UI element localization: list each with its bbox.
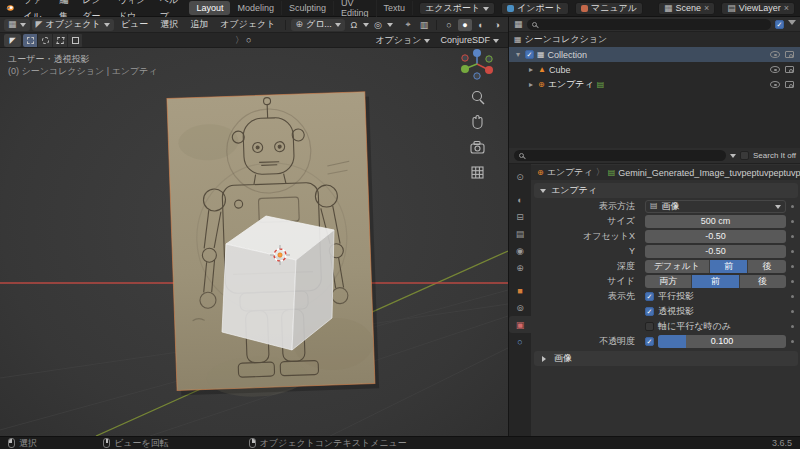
manual-button[interactable]: マニュアル [575, 2, 643, 15]
animate-dot[interactable] [791, 340, 794, 343]
disable-render-icon[interactable] [785, 66, 794, 73]
axis-aligned-checkbox[interactable] [645, 322, 654, 331]
viewlayer-tab[interactable]: ▤ [509, 225, 531, 242]
snap-toggle[interactable]: Ω [347, 19, 361, 31]
object-data-tab[interactable]: ▣ [509, 316, 531, 333]
panel-expand-chevron[interactable]: 〉 [235, 36, 244, 45]
animate-dot[interactable] [791, 280, 794, 283]
disable-render-icon[interactable] [785, 51, 794, 58]
animate-dot[interactable] [791, 265, 794, 268]
properties-search[interactable] [514, 150, 726, 161]
opacity-slider[interactable]: 0.100 [658, 335, 786, 348]
snap-dropdown-icon[interactable] [363, 23, 369, 30]
3d-viewport[interactable]: ユーザー・透視投影 (0) シーンコレクション | エンプティ [0, 48, 508, 436]
export-dropdown[interactable]: エクスポート [419, 2, 495, 15]
filter-funnel-icon[interactable] [788, 20, 796, 29]
editor-type-dropdown[interactable]: ▦ [4, 19, 30, 31]
side-both-button[interactable]: 両方 [645, 275, 692, 288]
unlink-scene-icon[interactable]: × [704, 4, 709, 13]
outliner-row-scene-collection[interactable]: ▦ シーンコレクション [509, 32, 800, 47]
scene-selector[interactable]: ▦ Scene × [658, 2, 715, 15]
remove-viewlayer-icon[interactable]: × [784, 4, 789, 13]
depth-back-button[interactable]: 後 [748, 260, 786, 273]
side-front-button[interactable]: 前 [692, 275, 739, 288]
camera-view-icon[interactable] [471, 142, 484, 154]
shading-rendered-button[interactable]: ◑ [490, 19, 504, 31]
disclosure-triangle[interactable]: ▸ [527, 80, 535, 89]
offset-x-field[interactable]: -0.50 [645, 230, 786, 243]
outliner-filter-toggle[interactable]: ✓ [775, 20, 784, 29]
animate-dot[interactable] [791, 325, 794, 328]
tab-modeling[interactable]: Modeling [230, 1, 282, 15]
select-lasso-button[interactable] [53, 34, 68, 47]
breadcrumb-object[interactable]: エンプティ [547, 166, 593, 179]
object-tab[interactable]: ■ [509, 282, 531, 299]
breadcrumb-data[interactable]: Gemini_Generated_Image_tuvpeptuvpeptuvp.… [618, 168, 800, 178]
outliner-editor-icon[interactable]: ▦ [514, 20, 523, 29]
opacity-checkbox[interactable]: ✓ [645, 337, 654, 346]
animate-dot[interactable] [791, 250, 794, 253]
proportional-dropdown-icon[interactable] [387, 23, 393, 30]
toggle-ortho-grid-icon[interactable] [472, 167, 483, 178]
constraints-tab[interactable]: ⊚ [509, 299, 531, 316]
disclosure-triangle[interactable]: ▾ [514, 50, 522, 59]
scene-tab[interactable]: ◉ [509, 242, 531, 259]
proportional-edit-toggle[interactable]: ◎ [371, 19, 385, 31]
empty-section-header[interactable]: エンプティ [534, 183, 798, 198]
options-dropdown[interactable]: オプション [370, 34, 435, 47]
transform-orientation-dropdown[interactable]: ⊕ グロ... [291, 19, 344, 31]
pan-hand-icon[interactable] [473, 116, 482, 129]
chevron-down-icon[interactable] [730, 154, 736, 161]
size-field[interactable]: 500 cm [645, 215, 786, 228]
hide-eye-icon[interactable] [770, 81, 780, 88]
gizmo-toggle[interactable]: ⌖ [401, 19, 415, 31]
offset-y-field[interactable]: -0.50 [645, 245, 786, 258]
outliner-row-collection[interactable]: ▾ ✓ ▦ Collection [509, 47, 800, 62]
menu-add[interactable]: 追加 [185, 18, 213, 31]
hide-eye-icon[interactable] [770, 66, 780, 73]
persp-checkbox[interactable]: ✓ [645, 307, 654, 316]
shading-material-button[interactable]: ◐ [474, 19, 488, 31]
tab-sculpting[interactable]: Sculpting [282, 1, 334, 15]
outliner-row-empty[interactable]: ▸ ⊕ エンプティ ▤ [509, 77, 800, 92]
animate-dot[interactable] [791, 310, 794, 313]
viewlayer-selector[interactable]: ▤ ViewLayer × [721, 2, 795, 15]
menu-object[interactable]: オブジェクト [215, 18, 280, 31]
animate-dot[interactable] [791, 205, 794, 208]
select-circle-button[interactable] [38, 34, 53, 47]
active-tool-button[interactable]: ◤ [4, 34, 21, 47]
shading-solid-button[interactable]: ● [458, 19, 472, 31]
navigation-gizmo[interactable] [461, 49, 493, 79]
cube-object[interactable] [222, 216, 334, 350]
side-back-button[interactable]: 後 [740, 275, 786, 288]
collection-checkbox[interactable]: ✓ [525, 50, 534, 59]
shading-wireframe-button[interactable]: ○ [442, 19, 456, 31]
ortho-checkbox[interactable]: ✓ [645, 292, 654, 301]
animate-dot[interactable] [791, 235, 794, 238]
zoom-icon[interactable] [473, 92, 485, 105]
disable-render-icon[interactable] [785, 81, 794, 88]
tool-tab[interactable]: ⊙ [509, 168, 531, 185]
tab-layout[interactable]: Layout [189, 1, 230, 15]
depth-front-button[interactable]: 前 [710, 260, 749, 273]
select-tweak-button[interactable] [68, 34, 83, 47]
depth-default-button[interactable]: デフォルト [645, 260, 710, 273]
tab-texture-paint[interactable]: Textu [377, 1, 414, 15]
animate-dot[interactable] [791, 220, 794, 223]
select-box-button[interactable] [23, 34, 38, 47]
search-toggle-checkbox[interactable] [740, 151, 749, 160]
conjuresdf-dropdown[interactable]: ConjureSDF [435, 34, 504, 47]
mode-dropdown[interactable]: ◤ オブジェクト [32, 19, 114, 31]
outliner-row-cube[interactable]: ▸ ▲ Cube [509, 62, 800, 77]
display-as-dropdown[interactable]: ▤ 画像 [645, 200, 786, 213]
import-button[interactable]: インポート [501, 2, 569, 15]
properties-search-input[interactable] [527, 151, 721, 160]
output-tab[interactable]: ⊟ [509, 208, 531, 225]
disclosure-triangle[interactable]: ▸ [527, 65, 535, 74]
world-tab[interactable]: ⊕ [509, 259, 531, 276]
outliner-search-input[interactable] [540, 20, 766, 29]
hide-eye-icon[interactable] [770, 51, 780, 58]
image-section-header[interactable]: 画像 [534, 351, 798, 366]
blender-logo[interactable] [5, 2, 14, 14]
outliner-search[interactable] [527, 19, 771, 30]
